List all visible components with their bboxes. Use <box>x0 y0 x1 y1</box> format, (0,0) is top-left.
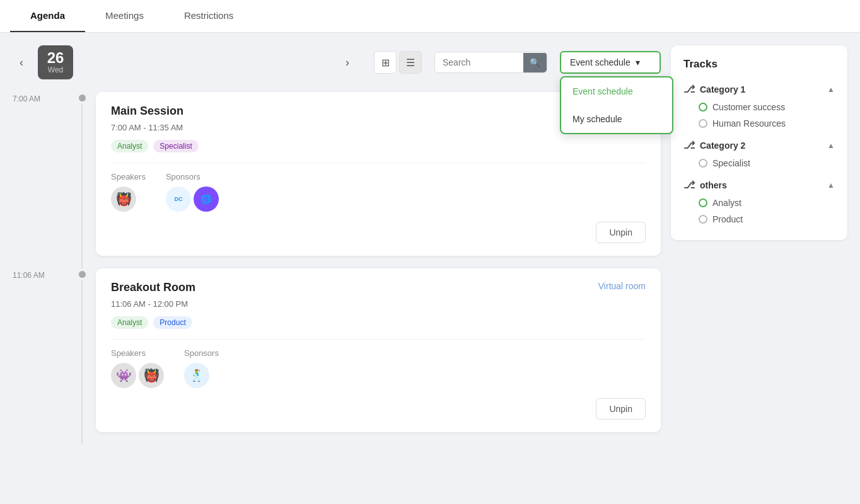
speaker-icon-2a: 👾 <box>116 368 132 383</box>
tag-analyst-1: Analyst <box>111 140 148 152</box>
session-footer-2: Unpin <box>111 398 646 420</box>
time-col-2: 11:06 AM <box>13 268 76 445</box>
category-others-icon: ⎇ <box>683 179 695 191</box>
calendar-header: ‹ 26 Wed › ⊞ ☰ 🔍 <box>13 45 661 79</box>
sponsors-section-2: Sponsors 🕺 <box>184 348 219 388</box>
speaker-avatar-2a: 👾 <box>111 363 136 388</box>
card-col-2: Breakout Room Virtual room 11:06 AM - 12… <box>88 268 661 445</box>
search-button[interactable]: 🔍 <box>523 53 547 72</box>
sponsor-logo-1a: DC <box>166 186 191 212</box>
search-icon: 🔍 <box>530 58 540 67</box>
category-2-label: Category 2 <box>700 140 745 151</box>
session-header-2: Breakout Room Virtual room <box>111 281 646 294</box>
track-item-human-resources[interactable]: Human Resources <box>683 115 835 132</box>
speaker-avatar-1: 👹 <box>111 186 136 212</box>
dropdown-selected-label: Event schedule <box>570 57 630 67</box>
schedule-dropdown-menu: Event schedule My schedule <box>560 76 673 134</box>
track-item-analyst[interactable]: Analyst <box>683 195 835 211</box>
sponsors-avatars-1: DC 🌐 <box>166 186 219 212</box>
session-time-2: 11:06 AM - 12:00 PM <box>111 299 646 309</box>
prev-day-button[interactable]: ‹ <box>13 54 30 71</box>
search-input[interactable] <box>435 52 523 72</box>
track-item-specialist[interactable]: Specialist <box>683 155 835 171</box>
category-others-row[interactable]: ⎇ others ▲ <box>683 175 835 195</box>
session-divider-2 <box>111 339 646 340</box>
unpin-button-2[interactable]: Unpin <box>596 398 646 420</box>
session-footer-1: Unpin <box>111 222 646 243</box>
sponsor-icon-1b: 🌐 <box>200 194 211 204</box>
day-name: Wed <box>47 66 64 74</box>
category-others-label: others <box>700 180 727 190</box>
time-label-2: 11:06 AM <box>13 271 50 280</box>
track-item-product[interactable]: Product <box>683 211 835 227</box>
sponsor-logo-2a: 🕺 <box>184 363 209 388</box>
track-label-product: Product <box>712 214 743 224</box>
track-label-human-resources: Human Resources <box>712 118 786 129</box>
track-label-specialist: Specialist <box>712 158 750 168</box>
virtual-room-link-2[interactable]: Virtual room <box>598 281 646 291</box>
schedule-dropdown-trigger[interactable]: Event schedule ▾ <box>560 51 661 74</box>
time-col-1: 7:00 AM <box>13 92 76 268</box>
track-radio-customer-success <box>699 103 707 112</box>
tab-restrictions[interactable]: Restrictions <box>164 0 253 32</box>
category-others-chevron: ▲ <box>827 181 835 190</box>
track-label-customer-success: Customer success <box>712 102 785 112</box>
session-tags-2: Analyst Product <box>111 316 646 329</box>
list-view-button[interactable]: ☰ <box>399 51 422 74</box>
sponsors-label-2: Sponsors <box>184 348 219 358</box>
time-block-2: 11:06 AM Breakout Room Virtual room 11:0… <box>13 268 661 445</box>
schedule-list: 7:00 AM Main Session Virtual room 7:00 A… <box>13 92 661 445</box>
chevron-down-icon: ▾ <box>636 57 640 67</box>
tag-product-2: Product <box>153 316 192 329</box>
session-title-1: Main Session <box>111 105 183 118</box>
category-2-chevron: ▲ <box>827 141 835 150</box>
unpin-button-1[interactable]: Unpin <box>596 222 646 243</box>
category-2-row[interactable]: ⎇ Category 2 ▲ <box>683 135 835 155</box>
track-radio-specialist <box>699 159 707 168</box>
sponsor-logo-1b: 🌐 <box>194 186 219 212</box>
track-radio-product <box>699 215 707 224</box>
grid-view-button[interactable]: ⊞ <box>374 51 397 74</box>
category-1-chevron: ▲ <box>827 85 835 94</box>
track-item-customer-success[interactable]: Customer success <box>683 99 835 115</box>
schedule-dropdown-container: Event schedule ▾ Event schedule My sched… <box>555 51 661 74</box>
tab-meetings[interactable]: Meetings <box>85 0 164 32</box>
speakers-label-2: Speakers <box>111 348 164 358</box>
tag-analyst-2: Analyst <box>111 316 148 329</box>
sponsors-avatars-2: 🕺 <box>184 363 219 388</box>
next-day-button[interactable]: › <box>339 54 356 71</box>
right-panel: Tracks ⎇ Category 1 ▲ Customer success H… <box>671 45 847 445</box>
sponsors-label-1: Sponsors <box>166 172 219 181</box>
tag-specialist-1: Specialist <box>153 140 198 152</box>
list-icon: ☰ <box>406 57 415 69</box>
track-radio-human-resources <box>699 119 707 128</box>
speakers-avatars-1: 👹 <box>111 186 146 212</box>
dot-col-1 <box>76 92 88 268</box>
dropdown-item-my-schedule[interactable]: My schedule <box>561 105 672 133</box>
timeline-dot-2 <box>79 271 86 278</box>
timeline-line-1 <box>81 104 83 268</box>
search-box: 🔍 <box>434 52 547 73</box>
speakers-section-2: Speakers 👾 👹 <box>111 348 164 388</box>
session-tags-1: Analyst Specialist <box>111 140 646 152</box>
dot-col-2 <box>76 268 88 445</box>
category-2-icon: ⎇ <box>683 139 695 151</box>
time-label-1: 7:00 AM <box>13 94 45 103</box>
speakers-avatars-2: 👾 👹 <box>111 363 164 388</box>
sponsors-section-1: Sponsors DC 🌐 <box>166 172 219 212</box>
day-number: 26 <box>47 50 64 66</box>
category-1-row[interactable]: ⎇ Category 1 ▲ <box>683 79 835 99</box>
speakers-section-1: Speakers 👹 <box>111 172 146 212</box>
tab-agenda[interactable]: Agenda <box>10 0 85 32</box>
timeline-line-2 <box>81 280 83 445</box>
tracks-panel: Tracks ⎇ Category 1 ▲ Customer success H… <box>671 45 847 240</box>
category-1-label: Category 1 <box>700 84 745 94</box>
grid-icon: ⊞ <box>381 57 390 69</box>
dropdown-item-event-schedule[interactable]: Event schedule <box>561 77 672 105</box>
main-content: ‹ 26 Wed › ⊞ ☰ 🔍 <box>0 33 860 457</box>
session-card-2: Breakout Room Virtual room 11:06 AM - 12… <box>96 268 661 432</box>
session-title-2: Breakout Room <box>111 281 195 294</box>
speaker-icon-1: 👹 <box>116 192 132 207</box>
tracks-title: Tracks <box>683 58 835 71</box>
category-1-icon: ⎇ <box>683 83 695 95</box>
